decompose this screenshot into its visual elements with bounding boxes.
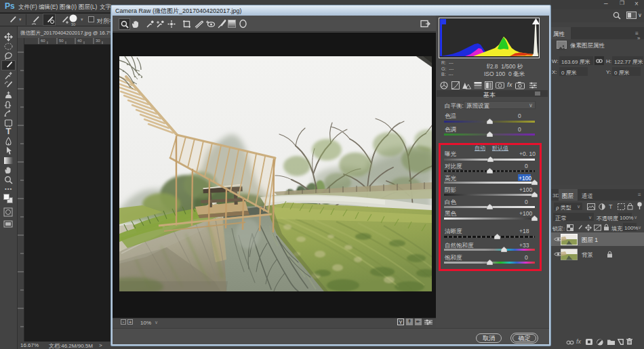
- svg-text:50: 50: [59, 39, 64, 43]
- svg-text:60: 60: [41, 39, 45, 43]
- svg-text:30: 30: [96, 39, 100, 43]
- svg-text:40: 40: [77, 39, 82, 43]
